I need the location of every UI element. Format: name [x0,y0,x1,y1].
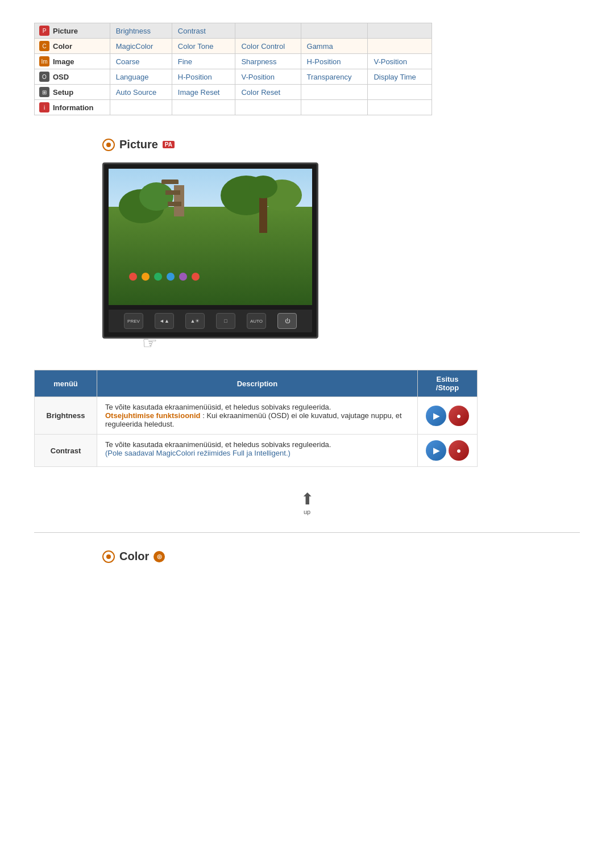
ctrl-power[interactable]: ⏻ [277,313,297,329]
osd-vposition-link[interactable]: V-Position [241,73,275,81]
foliage2 [139,182,173,211]
nav-item-information[interactable]: i Information [35,100,110,115]
coarse-link[interactable]: Coarse [116,57,140,66]
nav-item-setup[interactable]: ⊞ Setup [35,85,110,99]
ctrl-sun[interactable]: ▲☀ [185,313,205,329]
nav-item-color[interactable]: C Color [35,39,110,53]
picture-section-title: Picture PA [102,138,580,151]
nav-cell-empty2 [301,23,368,39]
vposition-link[interactable]: V-Position [374,57,407,66]
color-section-title: Color ◎ [102,550,580,563]
monitor-container: PREV ◄▲ ▲☀ □ AUTO ⏻ ☞ [102,162,580,353]
hposition-link[interactable]: H-Position [307,57,341,66]
desc-cell-contrast: Te võite kasutada ekraanimenüüsid, et he… [97,435,418,467]
nav-cell-sharpness[interactable]: Sharpness [235,54,301,69]
nav-cell-transparency[interactable]: Transparency [301,69,368,85]
nav-cell-info2 [172,100,235,115]
colorcontrol-link[interactable]: Color Control [241,42,285,51]
nav-cell-fine[interactable]: Fine [172,54,235,69]
nav-cell-colorreset[interactable]: Color Reset [235,85,301,100]
table-row-brightness: Brightness Te võite kasutada ekraanimenü… [35,397,478,435]
up-label: up [304,508,310,515]
nav-label-picture: Picture [53,27,78,35]
ctrl-menu-icon: □ [224,318,227,324]
nav-cell-displaytime[interactable]: Display Time [368,69,432,85]
table-row-contrast: Contrast Te võite kasutada ekraanimenüüs… [35,435,478,467]
monitor-frame: PREV ◄▲ ▲☀ □ AUTO ⏻ [102,162,318,339]
nav-cell-empty6 [368,85,432,100]
header-menu: menüü [35,370,97,397]
nav-cell-language[interactable]: Language [110,69,172,85]
nav-label-image: Image [53,57,74,66]
nav-cell-coarse[interactable]: Coarse [110,54,172,69]
nav-item-image[interactable]: Im Image [35,54,110,69]
ball-orange [142,273,150,281]
info-icon: i [39,102,49,112]
ctrl-brightness[interactable]: ◄▲ [155,313,174,329]
ctrl-sun-icon: ▲☀ [190,318,200,324]
colorreset-link[interactable]: Color Reset [241,88,280,97]
nav-cell-magiccolor[interactable]: MagicColor [110,39,172,54]
color-title-text: Color [119,550,149,563]
nav-cell-vpos[interactable]: V-Position [368,54,432,69]
ball-red [129,273,137,281]
fine-link[interactable]: Fine [178,57,192,66]
ball-green [154,273,162,281]
pagoda-roof2 [165,190,180,195]
nav-label-color: Color [53,42,72,51]
nav-cell-osd-hpos[interactable]: H-Position [172,69,235,85]
imagereset-link[interactable]: Image Reset [178,88,220,97]
ball-red2 [192,273,200,281]
nav-cell-osd-vpos[interactable]: V-Position [235,69,301,85]
image-icon: Im [39,56,49,66]
ball-blue [167,273,175,281]
magiccolor-link[interactable]: MagicColor [116,42,154,51]
brightness-bold-part: Otsejuhtimise funktsioonid [105,411,201,420]
contrast-btn-pair: ▶ ● [426,440,469,461]
nav-cell-gamma[interactable]: Gamma [301,39,368,54]
nav-cell-hpos[interactable]: H-Position [301,54,368,69]
nav-cell-colortone[interactable]: Color Tone [172,39,235,54]
autosource-link[interactable]: Auto Source [116,88,157,97]
brightness-left-btn[interactable]: ● [449,406,469,426]
gamma-link[interactable]: Gamma [307,42,333,51]
brightness-desc-line1: Te võite kasutada ekraanimenüüsid, et he… [105,403,331,411]
nav-item-picture[interactable]: P Picture [35,23,110,38]
nav-cell-empty5 [301,85,368,100]
contrast-right-btn[interactable]: ▶ [426,440,446,461]
sharpness-link[interactable]: Sharpness [241,57,276,66]
nav-cell-autosource[interactable]: Auto Source [110,85,172,100]
menu-cell-contrast: Contrast [35,435,97,467]
nav-item-osd[interactable]: O OSD [35,69,110,84]
nav-cell-brightness[interactable]: Brightness [110,23,172,39]
ctrl-auto-label: AUTO [250,319,263,324]
pagoda-body [174,185,184,216]
brightness-right-btn[interactable]: ▶ [426,406,446,426]
displaytime-link[interactable]: Display Time [374,73,416,81]
ctrl-menu[interactable]: □ [216,313,235,329]
navigation-table: P Picture Brightness Contrast C Color [34,23,432,115]
contrast-desc-line1: Te võite kasutada ekraanimenüüsid, et he… [105,440,331,449]
ctrl-prev-label: PREV [127,319,140,324]
brightness-link[interactable]: Brightness [116,27,151,35]
nav-cell-imagereset[interactable]: Image Reset [172,85,235,100]
colortone-link[interactable]: Color Tone [178,42,214,51]
transparency-link[interactable]: Transparency [307,73,352,81]
nav-cell-colorcontrol[interactable]: Color Control [235,39,301,54]
ctrl-prev[interactable]: PREV [124,313,143,329]
nav-cell-info3 [235,100,301,115]
pagoda-roof3 [168,202,181,206]
description-section: menüü Description Esitus /Stopp Brightne… [34,370,580,467]
tree-top [249,176,277,198]
language-link[interactable]: Language [116,73,149,81]
menu-cell-brightness: Brightness [35,397,97,435]
ctrl-auto[interactable]: AUTO [247,313,266,329]
contrast-link[interactable]: Contrast [178,27,206,35]
up-arrow[interactable]: ⬆ up [301,490,314,515]
nav-cell-contrast[interactable]: Contrast [172,23,235,39]
contrast-left-btn[interactable]: ● [449,440,469,461]
osd-hposition-link[interactable]: H-Position [178,73,212,81]
btn-cell-brightness: ▶ ● [418,397,478,435]
picture-title-text: Picture [119,138,158,151]
ctrl-brightness-icon: ◄▲ [159,318,169,324]
